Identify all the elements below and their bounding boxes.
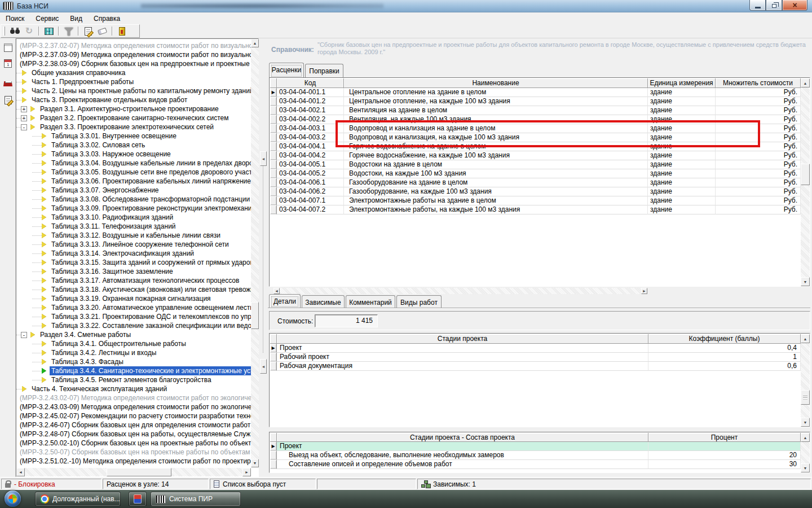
cell-code[interactable]: 03-04-04-006.2 (277, 187, 344, 196)
tree-item[interactable]: (МРР-3.2.43.02-07) Методика определения … (16, 393, 251, 402)
tree-item[interactable]: Часть 1. Предпроектные работы (16, 77, 251, 86)
cell-code[interactable]: 03-04-04-003.1 (277, 124, 344, 133)
cell-unit[interactable]: здание (648, 133, 716, 142)
tree-item[interactable]: (МРР-3.2.46-07) Сборник базовых цен для … (16, 421, 251, 430)
tree-item[interactable]: Таблица 3.3.07. Энергоснабжение (16, 186, 251, 195)
tree-item[interactable]: Таблица 3.3.17. Автоматизация технологич… (16, 276, 251, 285)
tree-item[interactable]: Таблица 3.3.12. Воздушные и кабельные ли… (16, 231, 251, 240)
tree-item[interactable]: (МРР-3.2.51.02.-10) Методика определения… (16, 457, 251, 466)
cell-multiplier[interactable]: Руб. (716, 169, 801, 178)
cell-multiplier[interactable]: Руб. (716, 88, 801, 97)
calendar-button[interactable] (1, 56, 15, 71)
tab-details[interactable]: Детали (269, 294, 301, 308)
tree-vscroll-thumb[interactable] (251, 302, 259, 329)
tree-expander-plus[interactable]: + (21, 115, 27, 121)
tree-item[interactable]: Таблица 3.3.16. Защитное заземление (16, 267, 251, 276)
cell-unit[interactable]: здание (648, 151, 716, 160)
menu-item-0[interactable]: Поиск (0, 14, 30, 24)
cell-multiplier[interactable]: Руб. (716, 106, 801, 115)
cell-coefficient[interactable]: 0,4 (648, 344, 801, 353)
cell-multiplier[interactable]: Руб. (716, 97, 801, 106)
tree-item[interactable]: Таблица 3.3.01. Внутреннее освещение (16, 132, 251, 141)
tree-item[interactable]: Таблица 3.3.15. Защита зданий и сооружен… (16, 258, 251, 267)
exit-button[interactable] (115, 25, 129, 37)
cell-name[interactable]: Водостоки, на каждые 100 м3 здания (344, 169, 648, 178)
cell-coefficient[interactable]: 0,6 (648, 362, 801, 371)
edit-note-button[interactable] (81, 25, 95, 37)
cell-unit[interactable]: здание (648, 88, 716, 97)
tree-item[interactable]: Таблица 3.3.13. Линейное сооружение теле… (16, 240, 251, 249)
cell-unit[interactable]: здание (648, 106, 716, 115)
refresh-button[interactable]: ↻ (22, 25, 36, 37)
cell-name[interactable]: Горячее водоснабжение, на каждые 100 м3 … (344, 151, 648, 160)
cell-stage-name[interactable]: Проект (277, 344, 648, 353)
tree-expander-minus[interactable]: - (21, 124, 27, 130)
cell-code[interactable]: 03-04-04-005.2 (277, 169, 344, 178)
tab-comment[interactable]: Комментарий (346, 295, 395, 308)
splitter-collapse-top-button[interactable]: ◄ (260, 151, 267, 166)
cell-unit[interactable]: здание (648, 178, 716, 187)
cell-name[interactable]: Вентиляция, на каждые 100 м3 здания (344, 115, 648, 124)
cell-coefficient[interactable]: 1 (648, 353, 801, 362)
cell-name[interactable]: Газооборудование, на каждые 100 м3 здани… (344, 187, 648, 196)
tree-item[interactable]: +Раздел 3.1. Архитектурно-строительное п… (16, 104, 251, 113)
cell-code[interactable]: 03-04-04-007.1 (277, 196, 344, 205)
cell-unit[interactable]: здание (648, 160, 716, 169)
cell-name[interactable]: Центральное отопление, на каждые 100 м3 … (344, 97, 648, 106)
tree-item[interactable]: (МРР-3.2.38.03-09) Сборник базовых цен н… (16, 59, 251, 68)
cell-code[interactable]: 03-04-04-007.2 (277, 205, 344, 214)
columns-button[interactable] (42, 25, 56, 37)
cost-field[interactable]: 1 415 (315, 314, 378, 327)
tree-item[interactable]: Таблица 3.3.03. Наружное освещение (16, 150, 251, 159)
cell-multiplier[interactable]: Руб. (716, 205, 801, 214)
tree-scroll-down[interactable]: ▼ (251, 459, 259, 467)
tree-scroll-up[interactable]: ▲ (251, 39, 259, 47)
cell-stage-name[interactable]: Рабочая документация (277, 362, 648, 371)
cell-name[interactable]: Водопровод и канализация, на каждые 100 … (344, 133, 648, 142)
stages-vscroll-thumb[interactable] (801, 390, 810, 405)
tab-work-types[interactable]: Виды работ (396, 295, 442, 308)
taskbar-button-app[interactable] (129, 492, 147, 506)
filter-button[interactable] (61, 25, 76, 37)
tree-item[interactable]: Таблица 3.3.04. Воздушные кабельные лини… (16, 159, 251, 168)
eraser-button[interactable] (95, 25, 109, 37)
minimize-button[interactable] (749, 0, 766, 11)
taskbar-button-pir[interactable]: Система ПИР (151, 492, 241, 506)
tree-item[interactable]: (МРР-3.2.48-07) Сборник базовых цен на р… (16, 430, 251, 439)
cell-multiplier[interactable]: Руб. (716, 160, 801, 169)
stages-vscrollbar[interactable] (801, 334, 810, 427)
cell-multiplier[interactable]: Руб. (716, 133, 801, 142)
menu-item-3[interactable]: Справка (88, 14, 126, 24)
menu-item-2[interactable]: Вид (64, 14, 88, 24)
rates-hscrollbar[interactable] (273, 288, 647, 294)
cell-multiplier[interactable]: Руб. (716, 124, 801, 133)
tree-expander-plus[interactable]: + (21, 106, 27, 112)
tree-item[interactable]: (МРР-3.2.43.03-09) Методика определения … (16, 402, 251, 411)
cell-code[interactable]: 03-04-04-001.1 (277, 88, 344, 97)
tree-item[interactable]: (МРР-3.2.50-07) Сборник базовых цен на п… (16, 448, 251, 457)
cell-composition-name[interactable]: Составление описей и определение объемов… (277, 460, 648, 469)
cell-code[interactable]: 03-04-04-003.2 (277, 133, 344, 142)
cell-unit[interactable]: здание (648, 205, 716, 214)
tree-item[interactable]: Таблица 3.3.19. Охранная пожарная сигнал… (16, 294, 251, 303)
tree-item[interactable]: Таблица 3.3.22. Составление заказной спе… (16, 321, 251, 330)
cell-code[interactable]: 03-04-04-004.1 (277, 142, 344, 151)
tree-item[interactable]: Таблица 3.4.4. Санитарно-технические и э… (16, 366, 251, 375)
tree-item[interactable]: (МРР-3.2.50.02-10) Сборник базовых цен н… (16, 439, 251, 448)
tree-item[interactable]: Часть 2. Цены на проектные работы по кап… (16, 86, 251, 95)
cell-unit[interactable]: здание (648, 187, 716, 196)
find-button[interactable] (8, 25, 22, 37)
tree-item[interactable]: Таблица 3.3.05. Воздушные сети вне преде… (16, 168, 251, 177)
tree-item[interactable]: Таблица 3.3.11. Телефонизация зданий (16, 222, 251, 231)
rates-scroll-left[interactable]: ◄ (273, 288, 280, 294)
tree-item[interactable]: (МРР-3.2.45.02-07) Рекомендации по расче… (16, 411, 251, 421)
cell-unit[interactable]: здание (648, 169, 716, 178)
cell-unit[interactable]: здание (648, 124, 716, 133)
rates-scroll-down[interactable]: ▼ (801, 277, 810, 286)
composition-scroll-down[interactable]: ▼ (801, 463, 810, 472)
tree-item[interactable]: Таблица 3.3.18. Акустическая (звонковая)… (16, 285, 251, 294)
tree-item[interactable]: -Раздел 3.4. Сметные работы (16, 330, 251, 339)
cell-name[interactable]: Центральное отопление на здание в целом (344, 88, 648, 97)
close-button[interactable]: × (782, 0, 807, 11)
cell-multiplier[interactable]: Руб. (716, 151, 801, 160)
